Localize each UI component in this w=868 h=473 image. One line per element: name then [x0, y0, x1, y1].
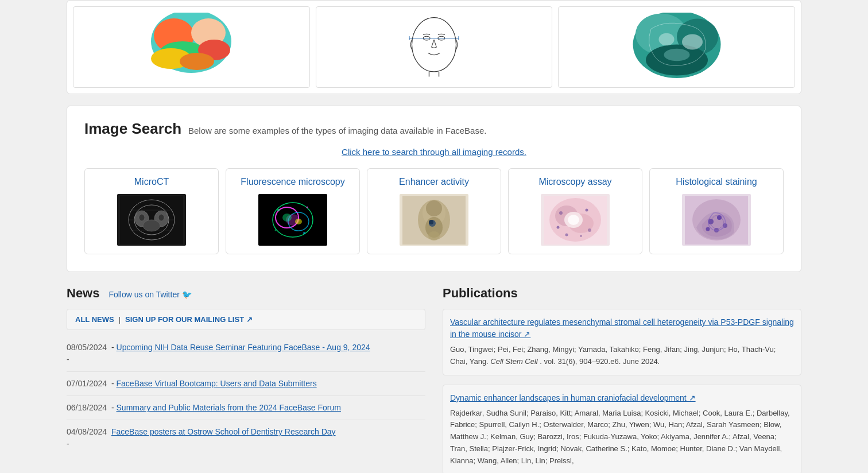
publications-title: Publications — [443, 286, 801, 301]
pub-authors-1: Guo, Tingwei; Pei, Fei; Zhang, Mingyi; Y… — [450, 344, 794, 368]
histological-image — [682, 194, 751, 246]
news-date-1: 08/05/2024 — [67, 343, 107, 352]
microscopy-title[interactable]: Microscopy assay — [538, 177, 611, 187]
svg-point-63 — [565, 233, 568, 236]
all-news-link[interactable]: ALL NEWS — [75, 315, 114, 324]
news-after-dash-1: - — [67, 354, 425, 366]
svg-point-7 — [412, 18, 456, 72]
enhancer-title[interactable]: Enhancer activity — [399, 177, 469, 187]
top-card-face-outline[interactable] — [316, 6, 553, 88]
svg-point-6 — [180, 53, 214, 70]
svg-point-21 — [664, 49, 689, 61]
svg-point-40 — [277, 209, 280, 211]
pub-link-2[interactable]: Dynamic enhancer landscapes in human cra… — [450, 392, 794, 404]
news-item: 08/05/2024 - Upcoming NIH Data Reuse Sem… — [67, 336, 425, 372]
microct-title[interactable]: MicroCT — [134, 177, 169, 187]
teal-skull-icon — [625, 13, 728, 82]
svg-point-62 — [580, 235, 582, 237]
imaging-card-histological[interactable]: Histological staining — [649, 168, 784, 254]
svg-point-57 — [568, 215, 579, 225]
news-dash-pre-2: - — [111, 379, 114, 388]
mailing-list-link[interactable]: SIGN UP FOR OUR MAILING LIST ↗ — [125, 315, 253, 324]
pub-link-1[interactable]: Vascular architecture regulates mesenchy… — [450, 316, 794, 340]
colorful-skull-icon — [140, 13, 243, 82]
svg-point-51 — [428, 231, 440, 241]
pub-authors-2: Rajderkar, Sudha Sunil; Paraiso, Kitt; A… — [450, 408, 794, 467]
publications-column: Publications Vascular architecture regul… — [443, 286, 801, 473]
news-date-4: 04/08/2024 — [67, 427, 107, 436]
news-divider: | — [119, 315, 121, 324]
top-cards-section — [67, 0, 801, 94]
news-dash-pre-3: - — [111, 403, 114, 412]
image-search-header: Image Search Below are some examples of … — [84, 120, 784, 138]
image-search-section: Image Search Below are some examples of … — [67, 106, 801, 272]
news-list: 08/05/2024 - Upcoming NIH Data Reuse Sem… — [67, 336, 425, 456]
pub-item-1: Vascular architecture regulates mesenchy… — [443, 309, 801, 375]
svg-point-31 — [139, 214, 145, 221]
svg-point-58 — [559, 211, 563, 215]
news-link-2[interactable]: FaceBase Virtual Bootcamp: Users and Dat… — [117, 379, 317, 388]
news-date-2: 07/01/2024 — [67, 379, 107, 388]
svg-point-41 — [307, 206, 308, 208]
imaging-cards-row: MicroCT — [84, 168, 784, 254]
search-all-imaging-link[interactable]: Click here to search through all imaging… — [342, 147, 526, 157]
news-item: 04/08/2024 FaceBase posters at Ostrow Sc… — [67, 420, 425, 456]
svg-point-20 — [682, 34, 703, 50]
svg-point-38 — [282, 214, 292, 222]
svg-point-19 — [658, 33, 674, 46]
news-link-3[interactable]: Summary and Public Materials from the 20… — [117, 403, 341, 412]
news-link-1[interactable]: Upcoming NIH Data Reuse Seminar Featurin… — [117, 343, 370, 352]
histological-scan-icon — [685, 196, 748, 245]
enhancer-image — [400, 194, 468, 246]
news-actions: ALL NEWS | SIGN UP FOR OUR MAILING LIST … — [67, 309, 425, 330]
news-item: 07/01/2024 - FaceBase Virtual Bootcamp: … — [67, 372, 425, 396]
pub-item-2: Dynamic enhancer landscapes in human cra… — [443, 385, 801, 473]
news-dash-pre-1: - — [111, 343, 114, 352]
microscopy-scan-icon — [544, 196, 607, 245]
face-outline-icon — [400, 13, 468, 82]
top-card-colorful-skull[interactable] — [73, 6, 310, 88]
svg-point-59 — [586, 208, 588, 211]
news-title: News — [67, 286, 99, 300]
svg-point-27 — [143, 220, 160, 231]
image-search-title: Image Search — [84, 120, 181, 137]
bottom-section: News Follow us on Twitter 🐦 ALL NEWS | S… — [67, 286, 801, 473]
microscopy-image — [541, 194, 610, 246]
svg-point-69 — [706, 227, 710, 231]
svg-point-32 — [158, 214, 164, 221]
imaging-card-microscopy[interactable]: Microscopy assay — [508, 168, 642, 254]
image-search-link-row: Click here to search through all imaging… — [84, 147, 784, 157]
imaging-card-microct[interactable]: MicroCT — [84, 168, 219, 254]
svg-point-47 — [426, 200, 442, 216]
microct-scan-icon — [120, 196, 183, 245]
svg-point-61 — [557, 226, 560, 228]
enhancer-scan-icon — [402, 196, 466, 245]
imaging-card-enhancer[interactable]: Enhancer activity — [367, 168, 501, 254]
twitter-link[interactable]: Follow us on Twitter 🐦 — [108, 290, 191, 299]
svg-point-60 — [588, 228, 591, 232]
news-link-4[interactable]: FaceBase posters at Ostrow School of Den… — [111, 427, 336, 436]
microct-image — [117, 194, 186, 246]
svg-point-39 — [295, 219, 302, 224]
imaging-card-fluorescence[interactable]: Fluorescence microscopy — [226, 168, 360, 254]
news-column: News Follow us on Twitter 🐦 ALL NEWS | S… — [67, 286, 425, 473]
histological-title[interactable]: Histological staining — [676, 177, 757, 187]
fluorescence-title[interactable]: Fluorescence microscopy — [241, 177, 344, 187]
svg-point-42 — [303, 232, 305, 234]
fluorescence-image — [258, 194, 327, 246]
fluorescence-scan-icon — [261, 196, 324, 245]
image-search-subtitle: Below are some examples of the types of … — [188, 126, 486, 135]
svg-point-43 — [275, 229, 277, 231]
top-cards-row — [73, 6, 795, 88]
news-date-3: 06/18/2024 — [67, 403, 107, 412]
svg-point-50 — [429, 220, 433, 224]
top-card-teal-skull[interactable] — [558, 6, 795, 88]
news-header: News Follow us on Twitter 🐦 — [67, 286, 425, 301]
news-item: 06/18/2024 - Summary and Public Material… — [67, 396, 425, 420]
news-after-dash-4: - — [67, 438, 425, 450]
